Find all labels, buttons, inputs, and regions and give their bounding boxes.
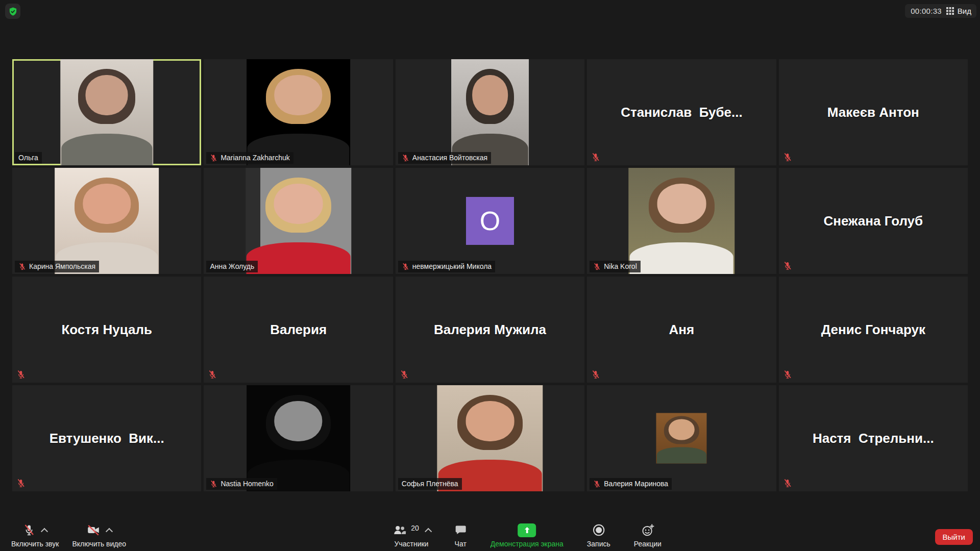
participant-tile[interactable]: Снежана Голуб	[779, 168, 968, 274]
participant-tile[interactable]: Софья Плетнёва	[396, 385, 584, 491]
participant-name: Станислав Бубе...	[587, 59, 776, 165]
participant-name: Евтушенко Вик...	[12, 385, 201, 491]
view-button-label: Вид	[958, 7, 971, 15]
participants-count: 20	[411, 524, 419, 532]
participant-tile[interactable]: Валерия Маринова	[587, 385, 776, 491]
muted-mic-icon	[402, 154, 409, 162]
audio-options-chevron[interactable]	[41, 528, 48, 535]
video-feed	[60, 59, 153, 165]
video-feed	[451, 59, 529, 165]
participant-name: Макеєв Антон	[779, 59, 968, 165]
participant-tile[interactable]: Ольга	[12, 59, 201, 165]
person-torso	[630, 242, 733, 274]
chat-bubble-icon	[454, 524, 467, 536]
reactions-button[interactable]: Реакции	[634, 523, 662, 548]
participant-tile[interactable]: Станислав Бубе...	[587, 59, 776, 165]
muted-mic-icon	[208, 370, 217, 379]
participant-tile[interactable]: Nastia Homenko	[204, 385, 393, 491]
name-label: Nastia Homenko	[206, 478, 277, 490]
security-shield-button[interactable]	[5, 4, 20, 19]
person-torso	[61, 134, 152, 165]
participant-name: Marianna Zakharchuk	[220, 154, 289, 162]
muted-mic-icon	[18, 263, 26, 270]
person-face	[275, 75, 323, 115]
participant-tile[interactable]: Marianna Zakharchuk	[204, 59, 393, 165]
participant-tile[interactable]: Макеєв Антон	[779, 59, 968, 165]
name-label: Marianna Zakharchuk	[206, 152, 293, 164]
muted-mic-icon	[591, 370, 600, 379]
record-icon	[592, 523, 605, 537]
unmute-label: Включить звук	[11, 540, 59, 548]
muted-mic-icon	[210, 480, 217, 488]
share-screen-button[interactable]: Демонстрация экрана	[491, 523, 564, 548]
participant-name: Валерия	[204, 277, 393, 383]
grid-view-icon	[946, 7, 954, 15]
participant-name: Nika Korol	[604, 262, 637, 270]
video-feed	[247, 385, 351, 491]
participant-tile[interactable]: Анастасия Войтовская	[396, 59, 584, 165]
participant-tile[interactable]: Nika Korol	[587, 168, 776, 274]
muted-mic-icon	[210, 154, 217, 162]
record-label: Запись	[587, 540, 610, 548]
muted-mic-icon	[593, 263, 601, 270]
participant-name: Костя Нуцаль	[12, 277, 201, 383]
video-feed	[55, 168, 159, 274]
video-feed	[437, 385, 543, 491]
chat-button[interactable]: Чат	[454, 523, 467, 548]
name-label: невмержицький Микола	[398, 261, 495, 272]
name-label: Анна Жолудь	[206, 261, 258, 272]
name-label: Валерия Маринова	[590, 478, 672, 490]
video-feed	[246, 168, 351, 274]
person-face	[274, 184, 323, 224]
name-label: Карина Ямпольская	[15, 261, 99, 272]
person-face	[669, 419, 695, 440]
participants-chevron[interactable]	[425, 528, 432, 535]
participant-tile[interactable]: Карина Ямпольская	[12, 168, 201, 274]
person-torso	[657, 447, 706, 464]
muted-mic-icon	[400, 370, 409, 379]
participant-tile[interactable]: Валерия Мужила	[396, 277, 584, 383]
muted-mic-icon	[593, 480, 601, 488]
chat-label: Чат	[455, 540, 467, 548]
participant-name: Карина Ямпольская	[29, 262, 95, 270]
view-button[interactable]: Вид	[941, 4, 976, 18]
participant-name: Ольга	[18, 154, 38, 162]
participant-tile[interactable]: O невмержицький Микола	[396, 168, 584, 274]
record-button[interactable]: Запись	[587, 523, 610, 548]
start-video-label: Включить видео	[72, 540, 126, 548]
unmute-button[interactable]: Включить звук	[11, 523, 59, 548]
participant-tile[interactable]: Костя Нуцаль	[12, 277, 201, 383]
name-label: Анастасия Войтовская	[398, 152, 491, 164]
participant-name: Аня	[587, 277, 776, 383]
reactions-smiley-icon	[641, 523, 654, 537]
leave-button[interactable]: Выйти	[935, 529, 973, 545]
shield-check-icon	[8, 7, 18, 16]
start-video-button[interactable]: Включить видео	[72, 523, 126, 548]
name-label: Nika Korol	[590, 261, 641, 272]
person-face	[465, 401, 514, 441]
participant-tile[interactable]: Аня	[587, 277, 776, 383]
toolbar-left-group: Включить звук Включить видео	[11, 523, 126, 548]
participant-tile[interactable]: Валерия	[204, 277, 393, 383]
meeting-toolbar: Включить звук Включить видео	[0, 514, 980, 551]
avatar-letter: O	[466, 197, 514, 245]
participant-tile[interactable]: Настя Стрельни...	[779, 385, 968, 491]
muted-mic-icon	[16, 370, 26, 379]
muted-mic-icon	[402, 263, 409, 270]
participant-tile[interactable]: Анна Жолудь	[204, 168, 393, 274]
participant-tile[interactable]: Евтушенко Вик...	[12, 385, 201, 491]
video-feed	[247, 59, 351, 165]
participant-name: Валерия Маринова	[604, 480, 668, 488]
participant-name: Валерия Мужила	[396, 277, 584, 383]
participant-name: Настя Стрельни...	[779, 385, 968, 491]
person-face	[275, 401, 323, 441]
video-options-chevron[interactable]	[106, 528, 113, 535]
person-face	[472, 75, 508, 115]
camera-muted-icon	[87, 523, 100, 537]
muted-mic-icon	[783, 153, 792, 162]
participants-button[interactable]: 20 Участники	[392, 523, 431, 548]
muted-mic-icon	[783, 479, 792, 488]
video-feed	[629, 168, 734, 274]
muted-mic-icon	[591, 153, 600, 162]
participant-tile[interactable]: Денис Гончарук	[779, 277, 968, 383]
